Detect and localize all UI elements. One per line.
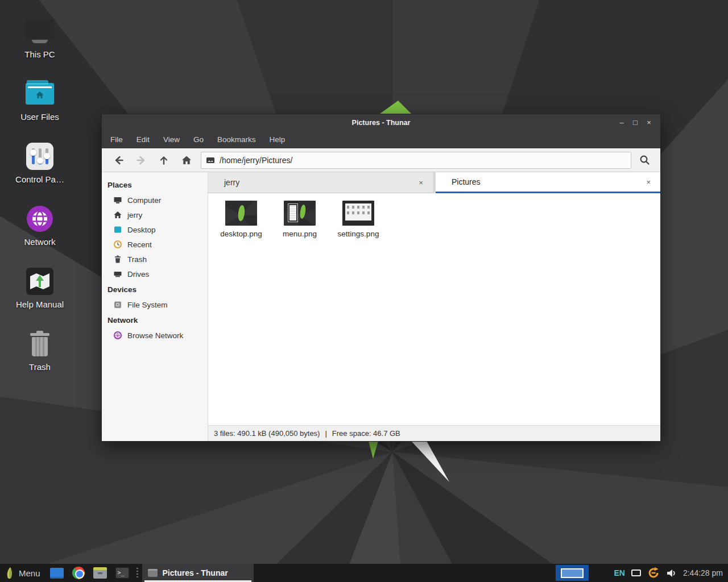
file-menu-png[interactable]: menu.png <box>272 199 327 238</box>
tab-bar: jerry × Pictures × <box>208 172 660 193</box>
terminal-icon[interactable]: >_ <box>115 567 129 579</box>
drive-icon <box>113 269 122 278</box>
menu-edit[interactable]: Edit <box>130 131 156 148</box>
sidebar-item-label: Computer <box>127 196 161 205</box>
file-desktop-png[interactable]: desktop.png <box>214 199 268 238</box>
desktop-icon-label: Trash <box>5 362 75 372</box>
computer-icon <box>113 196 122 205</box>
menu-bookmarks[interactable]: Bookmarks <box>210 131 263 148</box>
sidebar-item-trash[interactable]: Trash <box>102 252 208 267</box>
path-bar[interactable]: /home/jerry/Pictures/ <box>201 152 631 169</box>
file-name: menu.png <box>283 230 317 238</box>
file-name: settings.png <box>338 230 379 238</box>
search-button[interactable] <box>634 151 655 170</box>
sidebar-item-file-system[interactable]: File System <box>102 297 208 312</box>
menu-label[interactable]: Menu <box>19 568 40 578</box>
clock[interactable]: 2:44:28 pm <box>683 568 723 577</box>
sidebar-item-label: Recent <box>127 240 152 249</box>
desktop-icon-user-files[interactable]: User Files <box>5 78 75 122</box>
sidebar-item-recent[interactable]: Recent <box>102 237 208 252</box>
sidebar-item-jerry[interactable]: jerry <box>102 207 208 222</box>
display-icon[interactable] <box>631 569 641 576</box>
desktop-icon-trash[interactable]: Trash <box>5 329 75 372</box>
thunar-window: Pictures - Thunar – □ × File Edit View G… <box>101 114 661 442</box>
status-divider: | <box>325 429 326 438</box>
system-tray: EN 2:44:28 pm <box>556 565 728 581</box>
globe-icon <box>5 203 75 234</box>
thumbnail-settings-png <box>342 201 374 226</box>
path-text: /home/jerry/Pictures/ <box>220 156 292 165</box>
tab-label: Pictures <box>452 177 642 186</box>
status-bar: 3 files: 490.1 kB (490,050 bytes) | Free… <box>208 425 660 441</box>
sidebar-item-computer[interactable]: Computer <box>102 193 208 207</box>
sidebar-item-desktop[interactable]: Desktop <box>102 222 208 237</box>
taskbar-window-label: Pictures - Thunar <box>163 568 228 577</box>
desktop-icon-label: User Files <box>5 112 75 122</box>
hard-disk-icon <box>113 300 122 309</box>
thumbnail-desktop-png <box>225 201 257 226</box>
sliders-icon <box>5 141 75 172</box>
sidebar: Places Computer jerry Desktop Recent Tra… <box>102 172 208 441</box>
maximize-button[interactable]: □ <box>628 114 642 131</box>
trash-icon <box>5 329 75 359</box>
file-manager-icon[interactable] <box>93 567 107 579</box>
back-button[interactable] <box>107 151 130 170</box>
minimize-button[interactable]: – <box>615 114 628 131</box>
home-icon <box>113 210 122 219</box>
map-arrow-icon <box>5 266 75 297</box>
file-settings-png[interactable]: settings.png <box>331 199 386 238</box>
sidebar-item-label: Desktop <box>127 226 156 234</box>
desktop-icon-this-pc[interactable]: This PC <box>5 16 75 59</box>
desktop-icon-label: Network <box>5 237 75 247</box>
tab-close-icon[interactable]: × <box>415 178 427 187</box>
tab-close-icon[interactable]: × <box>642 178 655 186</box>
forward-button[interactable] <box>130 151 152 170</box>
search-icon <box>639 154 651 166</box>
sidebar-header-network: Network <box>102 312 208 328</box>
tab-pictures[interactable]: Pictures × <box>436 172 660 193</box>
desktop-icon-control-panel[interactable]: Control Pa… <box>5 141 75 184</box>
desktop-icon <box>113 225 122 234</box>
menu-view[interactable]: View <box>156 131 187 148</box>
sidebar-item-drives[interactable]: Drives <box>102 267 208 281</box>
quick-launchers: >_ <box>50 567 129 579</box>
active-workspace[interactable] <box>561 568 584 578</box>
forward-icon <box>135 155 147 166</box>
tab-jerry[interactable]: jerry × <box>208 172 433 193</box>
desktop-icon-network[interactable]: Network <box>5 203 75 247</box>
taskbar-window-button[interactable]: Pictures - Thunar <box>142 564 254 582</box>
taskbar: Menu >_ Pictures - Thunar EN 2:44:28 pm <box>0 564 728 582</box>
window-titlebar[interactable]: Pictures - Thunar – □ × <box>102 114 660 131</box>
sidebar-item-browse-network[interactable]: Browse Network <box>102 328 208 343</box>
desktop-icon-label: This PC <box>5 49 75 59</box>
menu-bar: File Edit View Go Bookmarks Help <box>102 131 660 148</box>
network-globe-icon <box>113 331 122 340</box>
update-manager-icon[interactable] <box>647 567 660 579</box>
keyboard-layout-indicator[interactable]: EN <box>614 568 624 577</box>
tab-label: jerry <box>224 178 415 187</box>
menu-help[interactable]: Help <box>263 131 292 148</box>
home-folder-icon <box>5 78 75 109</box>
sidebar-item-label: Trash <box>127 255 147 264</box>
menu-go[interactable]: Go <box>187 131 210 148</box>
chrome-icon[interactable] <box>72 567 85 579</box>
image-icon <box>206 156 215 165</box>
window-picture-icon <box>148 569 158 577</box>
thumbnail-menu-png <box>284 201 316 226</box>
desktop-icon-help-manual[interactable]: Help Manual <box>5 266 75 309</box>
home-button[interactable] <box>175 151 198 170</box>
status-free-space: Free space: 46.7 GB <box>332 429 400 438</box>
close-button[interactable]: × <box>642 114 656 131</box>
show-desktop-icon[interactable] <box>50 568 64 579</box>
panel-grip <box>136 568 138 578</box>
sidebar-header-places: Places <box>102 177 208 193</box>
sidebar-item-label: jerry <box>127 211 142 219</box>
up-button[interactable] <box>152 151 175 170</box>
workspace-switcher[interactable] <box>556 565 589 581</box>
back-icon <box>113 155 125 166</box>
volume-icon[interactable] <box>666 568 677 578</box>
menu-button[interactable] <box>5 567 14 580</box>
toolbar: /home/jerry/Pictures/ <box>102 148 660 172</box>
sidebar-item-label: Drives <box>127 270 149 278</box>
menu-file[interactable]: File <box>104 131 130 148</box>
